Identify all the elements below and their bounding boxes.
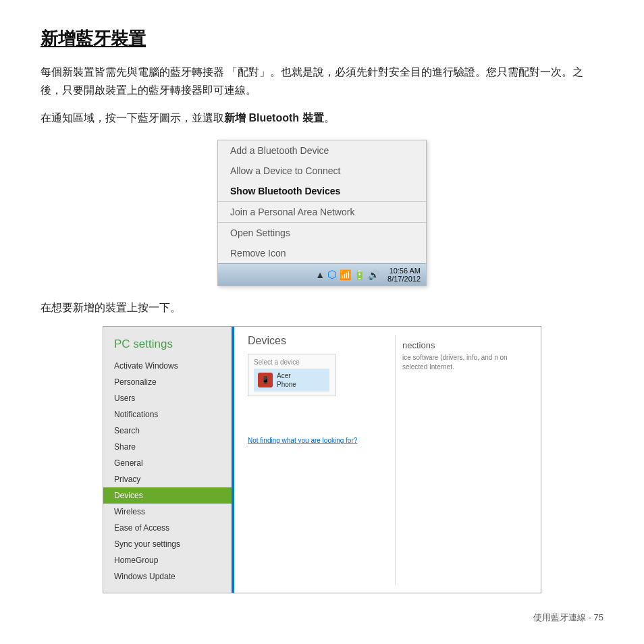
- sidebar-item-general[interactable]: General: [103, 455, 232, 471]
- device-name: Acer: [277, 371, 296, 380]
- device-type: Phone: [277, 380, 296, 389]
- connections-title: nections: [402, 340, 523, 350]
- speaker-icon: 🔊: [368, 269, 379, 280]
- pc-sidebar: PC settings Activate Windows Personalize…: [103, 327, 232, 593]
- menu-item-show-bluetooth[interactable]: Show Bluetooth Devices: [218, 181, 426, 201]
- device-item-acer[interactable]: 📱 Acer Phone: [254, 369, 329, 392]
- menu-item-add-bluetooth[interactable]: Add a Bluetooth Device: [218, 140, 426, 161]
- device-info: Acer Phone: [277, 371, 296, 389]
- intro-paragraph-2: 在通知區域，按一下藍牙圖示，並選取新增 Bluetooth 裝置。: [41, 109, 603, 127]
- menu-item-open-settings[interactable]: Open Settings: [218, 222, 426, 243]
- taskbar-icons: ▲ ⬡ 📶 🔋 🔊: [315, 268, 379, 281]
- device-icon-phone: 📱: [258, 373, 273, 387]
- menu-item-remove-icon[interactable]: Remove Icon: [218, 243, 426, 263]
- sidebar-item-homegroup[interactable]: HomeGroup: [103, 552, 232, 568]
- pc-settings-screenshot: PC settings Activate Windows Personalize…: [41, 326, 603, 593]
- connections-text: ice software (drivers, info, and n on se…: [402, 353, 523, 372]
- sidebar-item-windows-update[interactable]: Windows Update: [103, 568, 232, 585]
- intro-text2-bold: 新增 Bluetooth 裝置: [224, 112, 324, 124]
- taskbar-strip: ▲ ⬡ 📶 🔋 🔊 10:56 AM 8/17/2012: [218, 263, 426, 286]
- sidebar-item-users[interactable]: Users: [103, 390, 232, 406]
- sidebar-item-notifications[interactable]: Notifications: [103, 406, 232, 423]
- sidebar-item-devices[interactable]: Devices: [103, 487, 232, 504]
- pc-settings-title: PC settings: [103, 335, 232, 358]
- blue-accent-bar: [232, 327, 234, 593]
- bluetooth-icon: ⬡: [327, 268, 337, 281]
- device-select-box[interactable]: Select a device 📱 Acer Phone: [248, 354, 336, 396]
- sidebar-item-search[interactable]: Search: [103, 423, 232, 439]
- section2-text: 在想要新增的裝置上按一下。: [41, 298, 603, 317]
- intro-text2-suffix: 。: [324, 112, 335, 124]
- pc-main-panel: Devices Select a device 📱 Acer Phone Not…: [232, 327, 541, 593]
- taskbar-time: 10:56 AM: [387, 267, 421, 275]
- menu-item-allow-connect[interactable]: Allow a Device to Connect: [218, 161, 426, 181]
- sidebar-item-activate-windows[interactable]: Activate Windows: [103, 358, 232, 374]
- sidebar-item-ease-of-access[interactable]: Ease of Access: [103, 520, 232, 536]
- intro-text2-prefix: 在通知區域，按一下藍牙圖示，並選取: [41, 112, 224, 124]
- taskbar-arrow-icon: ▲: [315, 269, 325, 280]
- taskbar-clock: 10:56 AM 8/17/2012: [387, 267, 421, 283]
- sidebar-item-privacy[interactable]: Privacy: [103, 471, 232, 487]
- pc-connections-panel: nections ice software (drivers, info, an…: [395, 335, 530, 585]
- context-menu-screenshot: Add a Bluetooth Device Allow a Device to…: [41, 140, 603, 286]
- taskbar-date: 8/17/2012: [387, 275, 421, 283]
- page-title: 新增藍牙裝置: [41, 27, 603, 51]
- not-finding-link[interactable]: Not finding what you are looking for?: [248, 437, 395, 444]
- devices-section-title: Devices: [248, 335, 395, 347]
- sidebar-item-personalize[interactable]: Personalize: [103, 374, 232, 390]
- intro-paragraph-1: 每個新裝置皆需先與電腦的藍牙轉接器 「配對」。也就是說，必須先針對安全目的進行驗…: [41, 63, 603, 99]
- battery-icon: 🔋: [354, 269, 365, 280]
- sidebar-item-sync-settings[interactable]: Sync your settings: [103, 536, 232, 552]
- page-footer: 使用藍牙連線 - 75: [533, 612, 603, 624]
- signal-icon: 📶: [340, 269, 351, 280]
- sidebar-item-wireless[interactable]: Wireless: [103, 504, 232, 520]
- context-menu: Add a Bluetooth Device Allow a Device to…: [217, 140, 427, 286]
- device-select-label: Select a device: [254, 358, 329, 366]
- pc-settings-box: PC settings Activate Windows Personalize…: [103, 326, 541, 593]
- menu-item-join-pan[interactable]: Join a Personal Area Network: [218, 201, 426, 222]
- sidebar-item-share[interactable]: Share: [103, 439, 232, 455]
